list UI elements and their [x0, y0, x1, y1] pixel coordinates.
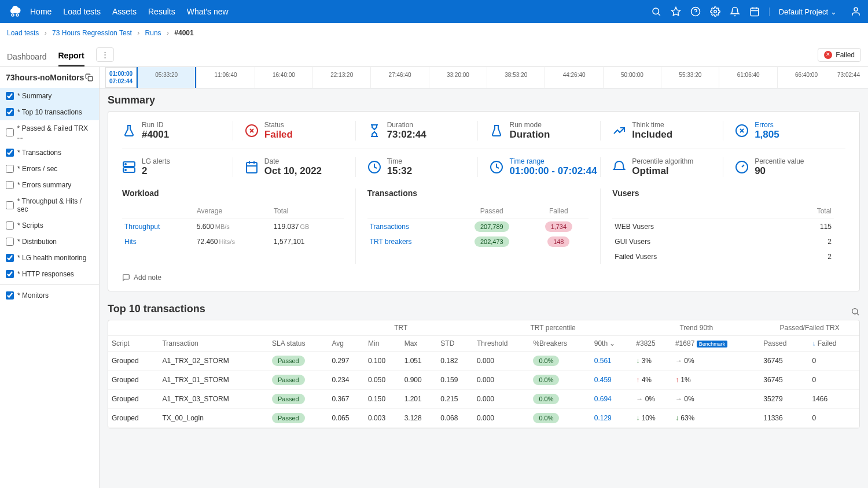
nav-home[interactable]: Home	[30, 7, 52, 16]
bell-icon	[612, 160, 626, 174]
transaction-name[interactable]: Transactions	[370, 223, 409, 231]
failed-pill: 1,734	[545, 221, 573, 232]
table-header[interactable]: Max	[401, 336, 437, 352]
passed-pill: 207,789	[475, 221, 509, 232]
sidebar-item[interactable]: * Summary	[0, 88, 99, 104]
sidebar-checkbox[interactable]	[6, 149, 14, 157]
svg-rect-8	[751, 8, 759, 16]
svg-marker-4	[671, 8, 680, 16]
sidebar-item[interactable]: * Scripts	[0, 217, 99, 234]
sidebar-checkbox[interactable]	[6, 221, 14, 230]
kpi-item: Percentile algorithm Optimal	[600, 157, 723, 177]
help-icon[interactable]	[690, 6, 701, 17]
svg-point-0	[12, 14, 14, 16]
sidebar-item[interactable]: * Top 10 transactions	[0, 104, 99, 120]
table-header[interactable]: #1687 Benchmark	[672, 336, 760, 352]
table-header[interactable]: Threshold	[473, 336, 529, 352]
svg-rect-24	[247, 162, 257, 173]
sidebar-checkbox[interactable]	[6, 270, 14, 278]
sidebar-checkbox[interactable]	[6, 181, 14, 189]
crumb-test-name[interactable]: 73 Hours Regression Test	[52, 29, 132, 37]
table-header[interactable]: 90th ⌄	[591, 336, 633, 352]
sidebar-item[interactable]: * Transactions	[0, 145, 99, 161]
calendar-icon[interactable]	[749, 6, 760, 17]
timeline-tick: 61:06:40	[719, 67, 777, 88]
sidebar-item[interactable]: * Distribution	[0, 234, 99, 250]
settings-icon[interactable]	[710, 6, 720, 17]
table-header[interactable]: Script	[108, 336, 159, 352]
svg-point-32	[852, 308, 858, 313]
timeline-tick: 66:40:00	[777, 67, 835, 88]
table-header[interactable]: Min	[365, 336, 401, 352]
kpi-item: LG alerts 2	[122, 157, 233, 177]
sidebar-item-monitors[interactable]: * Monitors	[0, 287, 99, 304]
sidebar-item[interactable]: * Errors / sec	[0, 161, 99, 177]
nav-results[interactable]: Results	[148, 7, 175, 16]
nav-whats-new[interactable]: What's new	[187, 7, 229, 16]
breadcrumb: Load tests › 73 Hours Regression Test › …	[0, 23, 868, 43]
table-header[interactable]: %Breakers	[529, 336, 590, 352]
copy-icon[interactable]	[85, 73, 93, 82]
tab-dashboard[interactable]: Dashboard	[7, 47, 47, 66]
table-header[interactable]: Avg	[328, 336, 365, 352]
sidebar-checkbox[interactable]	[6, 128, 14, 136]
passed-pill: 202,473	[475, 236, 509, 247]
svg-point-23	[125, 169, 126, 171]
app-logo[interactable]	[7, 3, 23, 20]
timeline-tick: 44:26:40	[545, 67, 602, 88]
tab-report[interactable]: Report	[58, 46, 84, 66]
search-icon[interactable]	[851, 307, 860, 316]
sidebar-checkbox[interactable]	[6, 108, 14, 116]
svg-line-33	[857, 313, 859, 315]
project-selector[interactable]: Default Project ⌄	[769, 8, 841, 16]
sidebar-item[interactable]: * HTTP responses	[0, 266, 99, 282]
project-name: Default Project	[779, 8, 828, 16]
sidebar-checkbox[interactable]	[6, 238, 14, 246]
workload-name[interactable]: Hits	[124, 238, 137, 246]
sidebar-checkbox[interactable]	[6, 291, 14, 300]
add-note-button[interactable]: Add note	[122, 273, 845, 282]
table-header[interactable]: SLA status	[269, 336, 328, 352]
sidebar-checkbox[interactable]	[6, 201, 14, 209]
workload-name[interactable]: Throughput	[124, 223, 160, 231]
table-header[interactable]: #3825	[632, 336, 672, 352]
svg-point-7	[713, 10, 716, 13]
table-header[interactable]: STD	[437, 336, 473, 352]
svg-rect-13	[88, 76, 93, 81]
kpi-item[interactable]: Errors 1,805	[723, 121, 845, 141]
sidebar-item[interactable]: * LG health monitoring	[0, 250, 99, 266]
sidebar-checkbox[interactable]	[6, 92, 14, 100]
table-row[interactable]: Grouped A1_TRX_02_STORM Passed 0.2970.10…	[108, 352, 859, 371]
timeline-tick: 16:40:00	[255, 67, 312, 88]
user-icon[interactable]	[851, 6, 861, 17]
nav-assets[interactable]: Assets	[112, 7, 137, 16]
table-header[interactable]: Transaction	[159, 336, 269, 352]
sidebar-item[interactable]: * Passed & Failed TRX ...	[0, 120, 99, 145]
svg-point-1	[16, 14, 19, 16]
star-icon[interactable]	[671, 6, 681, 17]
bell-icon[interactable]	[730, 6, 740, 17]
nav-load-tests[interactable]: Load tests	[63, 7, 101, 16]
table-row[interactable]: Grouped TX_00_Login Passed 0.0650.0033.1…	[108, 409, 859, 428]
search-icon[interactable]	[651, 6, 661, 17]
table-row[interactable]: Grouped A1_TRX_01_STORM Passed 0.2340.05…	[108, 371, 859, 390]
table-header[interactable]: ↓ Failed	[809, 336, 860, 352]
flask-icon	[122, 124, 136, 138]
table-row[interactable]: Grouped A1_TRX_03_STORM Passed 0.3670.15…	[108, 390, 859, 409]
kpi-item: Status Failed	[233, 121, 355, 141]
sidebar-item[interactable]: * Throughput & Hits / sec	[0, 193, 99, 217]
kpi-item[interactable]: Time range 01:00:00 - 07:02:44	[477, 157, 600, 177]
sidebar-checkbox[interactable]	[6, 254, 14, 262]
timeline-ruler[interactable]: 01:00:00 07:02:44 05:33:2011:06:4016:40:…	[100, 67, 868, 88]
beaker-icon	[490, 124, 503, 138]
transaction-name[interactable]: TRT breakers	[370, 238, 412, 246]
timeline-tick: 50:00:00	[603, 67, 661, 88]
sidebar-item[interactable]: * Errors summary	[0, 177, 99, 193]
kpi-item: Percentile value 90	[723, 157, 845, 177]
svg-point-12	[854, 8, 858, 11]
table-header[interactable]: Passed	[760, 336, 808, 352]
crumb-load-tests[interactable]: Load tests	[7, 29, 39, 37]
more-options[interactable]: ⋮	[96, 47, 114, 62]
sidebar-checkbox[interactable]	[6, 165, 14, 173]
crumb-runs[interactable]: Runs	[145, 29, 161, 37]
